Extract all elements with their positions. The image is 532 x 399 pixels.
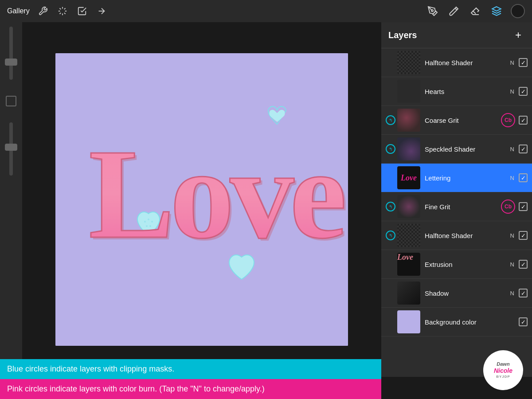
cursor-icon[interactable] (76, 5, 88, 17)
clipping-mask-icon: ↰ (386, 115, 395, 125)
color-picker[interactable] (511, 4, 525, 18)
size-handle[interactable] (5, 144, 17, 151)
svg-line-2 (59, 8, 61, 10)
logo-text: Dawn Nicole BYJDP (494, 361, 512, 379)
layer-visibility-toggle[interactable] (519, 289, 528, 297)
clipping-annotation-text: Blue circles indicate layers with clippi… (7, 364, 174, 374)
wrench-icon[interactable] (37, 5, 49, 17)
colorburn-annotation-text: Pink circles indicate layers with color … (7, 384, 265, 394)
clipping-mask-icon: ↰ (386, 202, 395, 211)
clipping-annotation: Blue circles indicate layers with clippi… (0, 359, 381, 379)
layer-mode: N (510, 261, 514, 268)
color-burn-badge: Cb (501, 113, 515, 127)
layer-visibility-toggle[interactable] (519, 202, 528, 211)
layer-mode: N (510, 59, 514, 66)
square-tool[interactable] (6, 96, 16, 106)
layer-visibility-toggle[interactable] (519, 317, 528, 326)
color-burn-badge: Cb (501, 200, 515, 214)
layer-thumbnail (397, 109, 420, 132)
layers-list: Halftone Shader N Hearts N ↰ Coarse Grit… (381, 48, 532, 377)
svg-line-7 (64, 8, 66, 10)
layer-item[interactable]: Love Lettering N (381, 164, 532, 192)
svg-text:Love: Love (89, 123, 344, 265)
layer-item[interactable]: ↰ Coarse Grit Cb (381, 106, 532, 135)
svg-point-9 (431, 10, 433, 12)
svg-line-3 (64, 13, 66, 14)
layer-thumbnail (397, 80, 420, 103)
layer-name: Background color (425, 318, 514, 326)
layer-item[interactable]: Background color (381, 308, 532, 336)
brush-icon[interactable] (447, 4, 461, 18)
layer-name: Hearts (425, 88, 510, 95)
pen-tool-icon[interactable] (426, 4, 440, 18)
layer-visibility-toggle[interactable] (519, 58, 528, 67)
layer-thumbnail: Love (397, 166, 420, 189)
layer-item[interactable]: Hearts N (381, 77, 532, 106)
love-artwork: Love Love Love Love (55, 53, 348, 346)
layer-name: Coarse Grit (425, 117, 501, 124)
opacity-slider[interactable] (9, 27, 13, 80)
add-layer-button[interactable]: + (512, 28, 525, 42)
toolbar-right (426, 4, 525, 18)
layer-mode: N (510, 146, 514, 153)
colorburn-annotation: Pink circles indicate layers with color … (0, 379, 381, 399)
layer-mode: N (510, 88, 514, 95)
svg-marker-10 (492, 7, 501, 11)
layer-name: Lettering (425, 174, 510, 182)
layers-panel: Layers + Halftone Shader N Hearts N ↰ Co… (381, 22, 532, 377)
eraser-icon[interactable] (468, 4, 482, 18)
layer-visibility-toggle[interactable] (519, 260, 528, 269)
toolbar-left: Gallery (7, 5, 108, 17)
layer-name: Speckled Shader (425, 145, 510, 153)
gallery-button[interactable]: Gallery (7, 7, 30, 15)
layer-item[interactable]: Halftone Shader N (381, 48, 532, 77)
layer-thumbnail (397, 51, 420, 74)
layers-header: Layers + (381, 22, 532, 48)
layer-thumbnail: Love (397, 253, 420, 276)
layer-thumbnail (397, 282, 420, 305)
layer-item[interactable]: ↰ Fine Grit Cb (381, 192, 532, 221)
layer-visibility-toggle[interactable] (519, 173, 528, 182)
layer-thumbnail (397, 137, 420, 160)
layer-mode: N (510, 290, 514, 297)
arrow-icon[interactable] (95, 5, 108, 17)
layer-thumbnail (397, 310, 420, 333)
layer-thumbnail (397, 195, 420, 218)
svg-line-6 (59, 13, 61, 14)
dawn-nicole-logo: Dawn Nicole BYJDP (483, 350, 523, 390)
layer-mode: N (510, 175, 514, 181)
layer-mode: N (510, 232, 514, 239)
layer-visibility-toggle[interactable] (519, 116, 528, 125)
layer-thumbnail (397, 224, 420, 247)
layer-visibility-toggle[interactable] (519, 145, 528, 153)
layers-icon[interactable] (489, 4, 504, 18)
layers-title: Layers (388, 30, 512, 40)
magic-wand-icon[interactable] (56, 5, 69, 17)
layer-name: Halftone Shader (425, 59, 510, 66)
layer-item[interactable]: ↰ Halftone Shader N (381, 221, 532, 250)
canvas-area: Love Love Love Love (22, 22, 381, 377)
layer-name: Shadow (425, 289, 510, 297)
toolbar: Gallery (0, 0, 532, 22)
left-sidebar (0, 22, 22, 399)
layer-name: Extrusion (425, 261, 510, 268)
layer-item[interactable]: ↰ Speckled Shader N (381, 135, 532, 164)
artwork-canvas[interactable]: Love Love Love Love (55, 53, 348, 346)
size-slider[interactable] (9, 122, 13, 176)
clipping-mask-icon: ↰ (386, 231, 395, 240)
layer-visibility-toggle[interactable] (519, 231, 528, 240)
layer-visibility-toggle[interactable] (519, 87, 528, 96)
layer-name: Fine Grit (425, 203, 501, 211)
layer-name: Halftone Shader (425, 232, 510, 239)
layer-item[interactable]: Love Extrusion N (381, 250, 532, 279)
opacity-handle[interactable] (5, 59, 17, 66)
bottom-annotations: Blue circles indicate layers with clippi… (0, 359, 381, 399)
clipping-mask-icon: ↰ (386, 144, 395, 154)
layer-item[interactable]: Shadow N (381, 279, 532, 308)
